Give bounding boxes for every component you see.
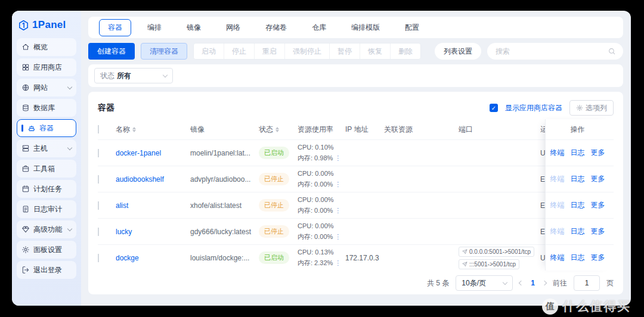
sidebar-item-gear[interactable]: 面板设置 [17,241,76,259]
row-checkbox[interactable] [98,175,99,184]
batch-action-button[interactable]: 恢复 [360,43,390,59]
sidebar-item-home[interactable]: 概览 [17,38,76,56]
batch-action-button[interactable]: 删除 [390,43,420,59]
appstore-icon [21,63,30,72]
toolbox-icon [21,164,30,173]
resource-usage: CPU: 0.13%内存: 2.32%⋮ [298,247,345,268]
more-link[interactable]: 更多 [591,148,605,158]
sidebar-item-label: 计划任务 [33,184,62,194]
logs-link[interactable]: 日志 [571,174,585,184]
more-link[interactable]: 更多 [591,226,605,237]
monitor-dots-icon[interactable]: ⋮ [335,181,341,188]
container-name-link[interactable]: alist [116,201,128,210]
batch-action-button[interactable]: 强制停止 [284,43,329,59]
column-header: 运行时间 [540,125,545,135]
tab-4[interactable]: 网络 [217,19,249,36]
row-checkbox[interactable] [98,254,99,262]
ports-cell: 0.0.0.0:5001->5001/tcp:::5001->5001/tcp [459,247,540,269]
next-page-icon[interactable] [542,281,547,285]
terminal-link[interactable]: 终端 [550,174,565,184]
container-name-link[interactable]: lucky [116,228,132,236]
terminal-link[interactable]: 终端 [550,200,565,210]
show-appstore-checkbox[interactable]: ✓ [490,104,498,112]
page-size-select[interactable]: 10条/页 [456,275,513,291]
row-checkbox[interactable] [98,149,99,157]
uptime-cell: Up [540,149,545,157]
row-actions: 终端日志更多 [545,253,614,263]
tab-7[interactable]: 编排模版 [342,19,389,36]
resource-usage: CPU: 0.00%内存: 0.00%⋮ [298,169,345,189]
sidebar-item-label: 网站 [33,83,48,93]
select-all-checkbox[interactable] [98,125,99,133]
terminal-link[interactable]: 终端 [550,148,565,158]
tab-8[interactable]: 配置 [396,19,428,36]
batch-action-button[interactable]: 启动 [194,43,224,59]
calendar-icon [21,185,30,193]
port-mapping-tag[interactable]: 0.0.0.0:5001->5001/tcp [459,247,534,257]
sort-icon[interactable] [132,127,136,132]
watermark: 值 什么值得买 [542,298,631,315]
tab-1[interactable]: 容器 [99,19,131,36]
sidebar-item-toolbox[interactable]: 工具箱 [17,160,76,178]
tab-6[interactable]: 仓库 [303,19,335,36]
logs-link[interactable]: 日志 [571,253,585,263]
globe-icon [21,83,30,92]
goto-page-input[interactable] [574,275,600,291]
sidebar-item-label: 概览 [33,42,48,52]
page-number[interactable]: 1 [530,279,536,287]
status-filter-label: 状态 [100,71,114,81]
monitor-dots-icon[interactable]: ⋮ [335,154,341,161]
sidebar-item-logs[interactable]: 日志审计 [17,200,76,218]
prev-page-icon[interactable] [519,281,524,285]
logs-link[interactable]: 日志 [571,200,585,210]
container-name-link[interactable]: docker-1panel [116,149,161,157]
logs-link[interactable]: 日志 [571,148,585,158]
more-link[interactable]: 更多 [591,200,605,210]
search-box[interactable] [487,43,623,60]
show-appstore-label[interactable]: 显示应用商店容器 [505,103,562,113]
sidebar-item-database[interactable]: 数据库 [17,99,76,117]
status-filter-select[interactable]: 状态 所有 [94,68,173,83]
monitor-dots-icon[interactable]: ⋮ [335,233,341,240]
row-checkbox[interactable] [98,228,99,236]
column-options-button[interactable]: 选项列 [569,100,614,116]
tab-5[interactable]: 存储卷 [256,19,296,36]
batch-action-group: 启动停止重启强制停止暂停恢复删除 [193,43,421,60]
list-settings-button[interactable]: 列表设置 [435,43,481,60]
logs-link[interactable]: 日志 [571,226,585,237]
row-actions: 终端日志更多 [545,200,614,210]
more-link[interactable]: 更多 [591,174,605,184]
port-mapping-tag[interactable]: :::5001->5001/tcp [459,259,519,269]
terminal-link[interactable]: 终端 [550,253,565,263]
sidebar-item-diamond[interactable]: 高级功能 [17,220,76,238]
clean-container-button[interactable]: 清理容器 [141,43,187,60]
sidebar-item-label: 高级功能 [33,225,62,235]
logout-icon [21,266,30,274]
sidebar: 1Panel 概览应用商店网站数据库容器主机工具箱计划任务日志审计高级功能面板设… [12,11,81,306]
status-badge: 已启动 [259,251,289,264]
more-link[interactable]: 更多 [591,253,605,263]
sidebar-item-logout[interactable]: 退出登录 [17,261,76,279]
sort-icon[interactable] [275,127,279,132]
host-icon [21,144,30,153]
sidebar-item-host[interactable]: 主机 [17,139,76,157]
container-table-card: 容器 ✓ 显示应用商店容器 选项列 名称镜像状态资源使用率IP 地址关联资源端口… [88,92,623,294]
create-container-button[interactable]: 创建容器 [88,43,135,60]
sidebar-item-calendar[interactable]: 计划任务 [17,180,76,198]
search-input[interactable] [494,46,608,56]
tab-3[interactable]: 镜像 [178,19,210,36]
row-checkbox[interactable] [98,201,99,210]
sidebar-item-appstore[interactable]: 应用商店 [17,58,76,76]
tab-2[interactable]: 编排 [138,19,171,36]
card-header: 容器 ✓ 显示应用商店容器 选项列 [98,99,614,117]
monitor-dots-icon[interactable]: ⋮ [335,259,341,266]
sidebar-item-globe[interactable]: 网站 [17,79,76,97]
terminal-link[interactable]: 终端 [550,226,565,237]
container-name-link[interactable]: audiobookshelf [116,175,164,184]
sidebar-item-container[interactable]: 容器 [17,119,76,137]
container-name-link[interactable]: dockge [116,254,139,262]
batch-action-button[interactable]: 暂停 [329,43,360,59]
batch-action-button[interactable]: 重启 [254,43,284,59]
batch-action-button[interactable]: 停止 [224,43,254,59]
monitor-dots-icon[interactable]: ⋮ [335,207,341,214]
